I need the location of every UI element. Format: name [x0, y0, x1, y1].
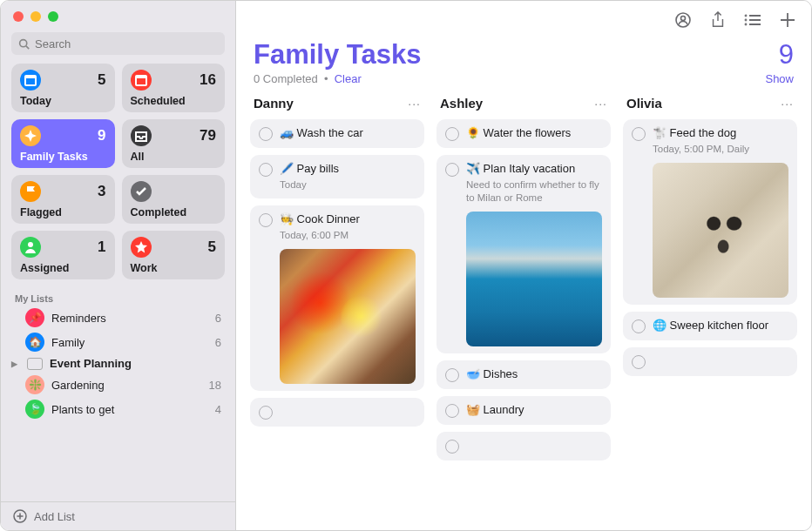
smart-label: Completed [131, 206, 217, 218]
list-badge-icon: 🏠 [25, 333, 44, 352]
smart-lists-grid: 5 Today 16 Scheduled 9 Family Tasks 79 A… [1, 64, 235, 290]
clear-completed-button[interactable]: Clear [335, 72, 362, 85]
plus-circle-icon [13, 509, 27, 523]
close-window-button[interactable] [13, 11, 24, 22]
calendar-icon [131, 70, 152, 91]
new-task-placeholder[interactable] [250, 398, 424, 427]
task-title: 🐩 Feed the dog [653, 126, 788, 141]
task-card[interactable]: 🌻 Water the flowers [436, 119, 611, 148]
my-lists-container: My Lists 📌 Reminders 6🏠 Family 6▶ Event … [1, 290, 235, 501]
task-checkbox[interactable] [259, 406, 273, 420]
task-title: 🧑‍🍳 Cook Dinner [280, 212, 416, 227]
column-more-button[interactable]: ··· [594, 97, 607, 111]
new-reminder-button[interactable] [778, 10, 797, 30]
list-item-event-planning[interactable]: ▶ Event Planning [1, 354, 235, 373]
list-icon [744, 13, 761, 27]
list-name: Plants to get [51, 403, 208, 416]
smart-label: Scheduled [131, 95, 217, 107]
task-card[interactable]: 🧺 Laundry [436, 396, 611, 425]
task-checkbox[interactable] [445, 163, 459, 177]
plus-icon [780, 12, 795, 28]
list-item-reminders[interactable]: 📌 Reminders 6 [1, 306, 235, 330]
add-list-button[interactable]: Add List [1, 501, 235, 530]
task-checkbox[interactable] [445, 404, 459, 418]
svg-rect-5 [137, 78, 145, 84]
view-options-button[interactable] [743, 10, 762, 30]
calendar-icon [20, 70, 41, 91]
smart-list-completed[interactable]: Completed [122, 175, 226, 224]
task-title: 🧺 Laundry [466, 403, 602, 418]
list-badge-icon: 🍃 [25, 400, 44, 419]
check-icon [131, 181, 152, 202]
task-checkbox[interactable] [445, 127, 459, 141]
list-badge-icon: 📌 [25, 308, 44, 327]
task-meta: Today, 6:00 PM [280, 229, 416, 242]
smart-list-work[interactable]: 5 Work [122, 231, 226, 279]
smart-list-today[interactable]: 5 Today [11, 64, 115, 112]
smart-label: Family Tasks [20, 151, 106, 163]
subheader-row: 0 Completed • Clear Show [236, 71, 811, 94]
search-input[interactable] [35, 37, 218, 50]
smart-label: All [131, 151, 217, 163]
task-checkbox[interactable] [259, 213, 273, 227]
column-more-button[interactable]: ··· [781, 97, 794, 111]
list-item-family[interactable]: 🏠 Family 6 [1, 330, 235, 354]
task-checkbox[interactable] [632, 127, 646, 141]
smart-label: Work [131, 262, 217, 274]
column-more-button[interactable]: ··· [408, 97, 421, 111]
task-title: 🖊️ Pay bills [280, 162, 416, 177]
smart-count: 9 [98, 127, 105, 145]
task-attachment-image[interactable] [653, 163, 788, 298]
task-checkbox[interactable] [445, 440, 459, 454]
flag-icon [20, 181, 41, 202]
task-card[interactable]: 🧑‍🍳 Cook DinnerToday, 6:00 PM [250, 205, 424, 391]
chevron-right-icon[interactable]: ▶ [11, 360, 20, 368]
people-icon [673, 11, 693, 29]
search-field[interactable] [11, 32, 225, 55]
task-checkbox[interactable] [632, 355, 646, 369]
share-icon [710, 11, 726, 29]
smart-list-flagged[interactable]: 3 Flagged [11, 175, 115, 224]
share-button[interactable] [708, 10, 727, 30]
task-checkbox[interactable] [259, 163, 273, 177]
new-task-placeholder[interactable] [436, 432, 611, 460]
list-count: 6 [215, 312, 221, 325]
smart-list-family-tasks[interactable]: 9 Family Tasks [11, 119, 115, 168]
new-task-placeholder[interactable] [623, 347, 797, 376]
list-item-plants-to-get[interactable]: 🍃 Plants to get 4 [1, 397, 235, 421]
task-checkbox[interactable] [445, 368, 459, 382]
list-item-gardening[interactable]: ❇️ Gardening 18 [1, 373, 235, 397]
task-checkbox[interactable] [632, 319, 646, 333]
task-attachment-image[interactable] [466, 212, 602, 346]
smart-count: 79 [200, 127, 216, 145]
task-card[interactable]: 🌐 Sweep kitchen floor [623, 312, 797, 340]
task-card[interactable]: 🥣 Dishes [436, 360, 611, 389]
show-completed-button[interactable]: Show [765, 72, 794, 85]
list-count: 4 [215, 403, 221, 416]
task-title: 🚙 Wash the car [280, 126, 416, 141]
main-content: Family Tasks 9 0 Completed • Clear Show … [236, 1, 811, 530]
task-card[interactable]: ✈️ Plan Italy vacationNeed to confirm wh… [436, 155, 611, 353]
collaborate-button[interactable] [673, 10, 693, 30]
smart-list-assigned[interactable]: 1 Assigned [11, 231, 115, 279]
task-attachment-image[interactable] [280, 249, 416, 384]
task-card[interactable]: 🖊️ Pay billsToday [250, 155, 424, 198]
add-list-label: Add List [34, 510, 75, 523]
fullscreen-window-button[interactable] [48, 11, 58, 22]
tray-icon [131, 125, 152, 146]
task-checkbox[interactable] [259, 127, 273, 141]
star-icon [131, 237, 152, 258]
smart-count: 5 [98, 71, 105, 89]
smart-list-scheduled[interactable]: 16 Scheduled [122, 64, 226, 112]
column-header: Ashley ··· [436, 94, 611, 112]
task-card[interactable]: 🚙 Wash the car [250, 119, 424, 148]
task-card[interactable]: 🐩 Feed the dogToday, 5:00 PM, Daily [623, 119, 797, 305]
toolbar [236, 1, 811, 39]
minimize-window-button[interactable] [30, 11, 41, 22]
smart-list-all[interactable]: 79 All [122, 119, 226, 168]
svg-point-17 [746, 24, 747, 25]
sparkle-icon [20, 125, 41, 146]
column-olivia: Olivia ··· 🐩 Feed the dogToday, 5:00 PM,… [623, 94, 797, 521]
list-name: Family [51, 336, 208, 349]
list-count: 6 [215, 336, 221, 349]
